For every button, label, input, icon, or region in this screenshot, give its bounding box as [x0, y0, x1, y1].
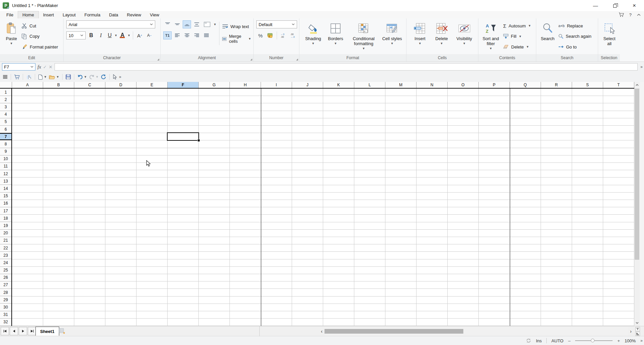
- row-header-1[interactable]: 1: [0, 89, 11, 96]
- select-all-button[interactable]: Select all: [601, 20, 618, 54]
- sidebar-toggle-icon[interactable]: [3, 75, 8, 79]
- minimize-button[interactable]: —: [586, 0, 605, 11]
- row-header-26[interactable]: 26: [0, 274, 11, 281]
- scroll-down-button[interactable]: [634, 320, 640, 326]
- column-header-I[interactable]: I: [261, 82, 292, 88]
- zoom-slider[interactable]: [575, 340, 613, 341]
- column-header-K[interactable]: K: [323, 82, 354, 88]
- character-dialog-launcher[interactable]: [157, 59, 159, 61]
- new-document-caret-icon[interactable]: ▼: [44, 75, 47, 79]
- insert-function-button[interactable]: fx: [37, 64, 41, 70]
- row-header-29[interactable]: 29: [0, 296, 11, 304]
- formula-input[interactable]: [55, 63, 638, 71]
- column-header-P[interactable]: P: [479, 82, 510, 88]
- touch-mode-icon[interactable]: [26, 74, 32, 80]
- open-document-caret-icon[interactable]: ▼: [56, 75, 59, 79]
- row-header-8[interactable]: 8: [0, 140, 11, 148]
- scroll-up-button[interactable]: [634, 82, 640, 88]
- row-header-7[interactable]: 7: [0, 133, 11, 140]
- save-icon[interactable]: [66, 74, 71, 80]
- previous-sheet-button[interactable]: [10, 327, 18, 335]
- grow-font-button[interactable]: A+: [135, 31, 144, 39]
- column-header-Q[interactable]: Q: [510, 82, 541, 88]
- menu-tab-review[interactable]: Review: [122, 11, 146, 18]
- fill-button[interactable]: Fill ▼: [503, 32, 534, 40]
- delete-contents-button[interactable]: Delete ▼: [503, 43, 534, 51]
- shop-cart-toolbar-icon[interactable]: [14, 75, 20, 80]
- row-header-27[interactable]: 27: [0, 281, 11, 289]
- font-size-select[interactable]: 10: [66, 31, 86, 39]
- number-dialog-launcher[interactable]: [296, 59, 298, 61]
- menu-tab-view[interactable]: View: [146, 11, 164, 18]
- borders-button[interactable]: Borders ▼: [325, 20, 346, 54]
- currency-format-button[interactable]: €: [266, 31, 274, 39]
- align-right-button[interactable]: [192, 31, 201, 39]
- align-left-button[interactable]: [173, 31, 181, 39]
- toolbar-overflow-icon[interactable]: »: [119, 75, 121, 79]
- scroll-left-button[interactable]: ‹: [319, 327, 325, 336]
- row-header-14[interactable]: 14: [0, 185, 11, 192]
- alignment-dialog-launcher[interactable]: [250, 59, 252, 61]
- menu-tab-formula[interactable]: Formula: [80, 11, 105, 18]
- last-sheet-button[interactable]: [28, 327, 36, 335]
- sort-and-filter-button[interactable]: AZ Sort and filter ▼: [481, 20, 500, 54]
- font-color-button[interactable]: A: [119, 31, 126, 39]
- row-header-13[interactable]: 13: [0, 178, 11, 185]
- insert-cells-button[interactable]: Insert ▼: [410, 20, 429, 54]
- row-header-30[interactable]: 30: [0, 304, 11, 311]
- maximize-button[interactable]: [605, 0, 625, 11]
- scroll-right-button[interactable]: ›: [628, 327, 634, 336]
- wrap-text-button[interactable]: Wrap text: [222, 22, 251, 30]
- redo-button[interactable]: ▼: [89, 74, 99, 80]
- search-again-button[interactable]: Search again: [558, 32, 596, 40]
- bold-button[interactable]: B: [87, 31, 95, 39]
- statusbar-overflow-icon[interactable]: »: [640, 338, 642, 343]
- cell-frame-caret-icon[interactable]: ▼: [213, 23, 216, 26]
- row-header-11[interactable]: 11: [0, 163, 11, 170]
- row-header-16[interactable]: 16: [0, 200, 11, 207]
- close-button[interactable]: ×: [625, 0, 644, 11]
- insert-mode-indicator[interactable]: Ins: [536, 338, 542, 343]
- font-name-select[interactable]: Arial: [66, 20, 155, 28]
- vertical-scrollbar[interactable]: [634, 82, 640, 326]
- open-document-button[interactable]: ▼: [49, 75, 59, 80]
- align-center-button[interactable]: [183, 31, 191, 39]
- row-header-32[interactable]: 32: [0, 319, 11, 326]
- menu-tab-layout[interactable]: Layout: [58, 11, 80, 18]
- replace-button[interactable]: a+b Replace: [558, 22, 596, 30]
- pane-select-handle[interactable]: [635, 332, 640, 336]
- row-header-4[interactable]: 4: [0, 111, 11, 118]
- column-header-H[interactable]: H: [230, 82, 261, 88]
- column-header-N[interactable]: N: [417, 82, 448, 88]
- delete-cells-button[interactable]: Delete ▼: [432, 20, 451, 54]
- row-header-19[interactable]: 19: [0, 222, 11, 229]
- column-header-M[interactable]: M: [385, 82, 417, 88]
- row-header-23[interactable]: 23: [0, 252, 11, 259]
- row-header-2[interactable]: 2: [0, 96, 11, 103]
- shop-cart-icon[interactable]: [619, 12, 624, 17]
- sheet-tab-sheet1[interactable]: Sheet1: [35, 327, 59, 336]
- sheet-grid[interactable]: [12, 89, 634, 326]
- active-cell-selection[interactable]: [167, 132, 199, 141]
- undo-caret-icon[interactable]: ▼: [84, 75, 87, 79]
- shrink-font-button[interactable]: A−: [145, 31, 154, 39]
- column-header-S[interactable]: S: [572, 82, 603, 88]
- column-header-C[interactable]: C: [74, 82, 105, 88]
- menu-tab-file[interactable]: File: [2, 11, 18, 18]
- row-header-17[interactable]: 17: [0, 207, 11, 215]
- vertical-justify-button[interactable]: [192, 20, 201, 28]
- first-sheet-button[interactable]: [1, 327, 9, 335]
- search-button[interactable]: Search: [539, 20, 556, 54]
- object-mode-icon[interactable]: [113, 74, 117, 80]
- align-middle-button[interactable]: [173, 20, 181, 28]
- underline-button[interactable]: U: [106, 31, 113, 39]
- visibility-button[interactable]: Visibility ▼: [454, 20, 475, 54]
- justify-button[interactable]: [202, 31, 210, 39]
- vertical-scroll-thumb[interactable]: [635, 89, 639, 260]
- fill-handle[interactable]: [197, 139, 200, 141]
- column-header-A[interactable]: A: [12, 82, 43, 88]
- row-header-24[interactable]: 24: [0, 259, 11, 266]
- row-header-31[interactable]: 31: [0, 311, 11, 319]
- add-decimal-button[interactable]: ←0.00: [279, 31, 287, 39]
- column-header-T[interactable]: T: [603, 82, 634, 88]
